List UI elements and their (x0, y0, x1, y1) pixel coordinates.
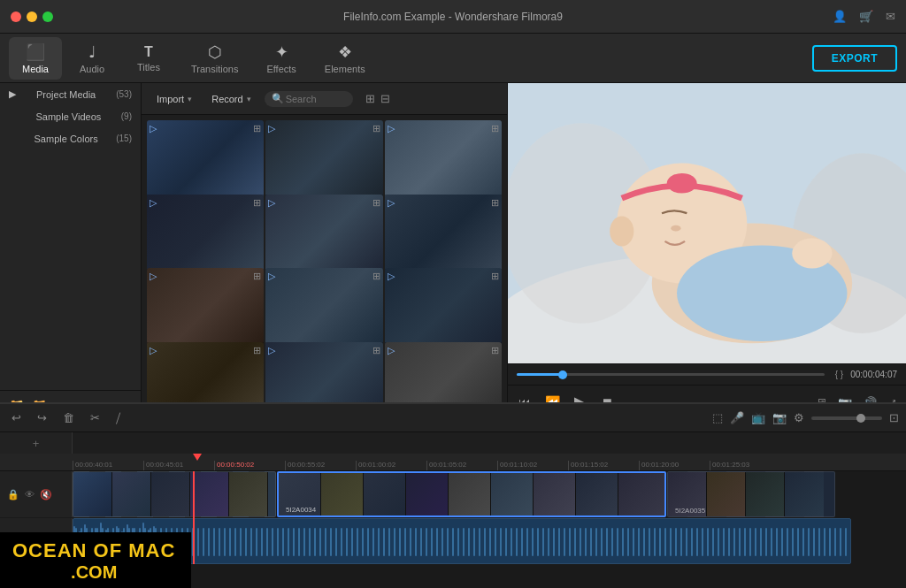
toolbar-item-effects[interactable]: ✦ Effects (254, 37, 308, 80)
filter-icon[interactable]: ⊞ (365, 92, 375, 105)
thumb-play-icon: ▷ (388, 345, 395, 356)
mic-icon[interactable]: 🎤 (730, 411, 744, 424)
ruler-mark-6: 00:01:10:02 (497, 461, 568, 470)
settings-icon[interactable]: ⚙ (794, 411, 804, 424)
seekbar-thumb[interactable] (558, 370, 567, 379)
preview-seekbar-row: { } 00:00:04:07 (508, 363, 906, 385)
import-button[interactable]: Import ▾ (150, 91, 198, 107)
timeline-toolbar: ↩ ↪ 🗑 ✂ ⧸ ⬚ 🎤 📺 📷 ⚙ ⊡ (0, 404, 906, 432)
project-media-item[interactable]: ▶ Project Media (53) (0, 83, 141, 105)
screen-record-icon[interactable]: 📺 (751, 411, 765, 424)
titlebar: FileInfo.com Example - Wondershare Filmo… (0, 0, 906, 34)
thumb-play-icon: ▷ (150, 123, 157, 134)
thumb-play-icon: ▷ (388, 197, 395, 209)
toolbar-item-media[interactable]: ⬛ Media (9, 37, 62, 80)
redo-button[interactable]: ↪ (33, 409, 51, 427)
ruler-mark-2: 00:00:50:02 (214, 461, 285, 470)
ruler-mark-7: 00:01:15:02 (568, 461, 639, 470)
cart-icon[interactable]: 🛒 (859, 10, 873, 23)
titles-icon: T (144, 44, 153, 60)
ruler-mark-3: 00:00:55:02 (285, 461, 356, 470)
video-clip-3[interactable]: 5I2A0035 (667, 471, 835, 517)
user-icon[interactable]: 👤 (833, 10, 847, 23)
timeline-ruler: 00:00:40:01 00:00:45:01 00:00:50:02 00:0… (0, 454, 906, 471)
thumb-play-icon: ▷ (268, 345, 275, 356)
thumb-info-icon: ⊞ (491, 345, 499, 356)
grid-view-icon[interactable]: ⊟ (380, 92, 390, 105)
thumb-info-icon: ⊞ (491, 197, 499, 209)
record-label: Record (211, 94, 242, 104)
seekbar-fill (517, 373, 563, 376)
toolbar-item-transitions[interactable]: ⬡ Transitions (179, 37, 250, 80)
search-icon: 🔍 (272, 93, 284, 104)
ruler-mark-1: 00:00:45:01 (143, 461, 214, 470)
close-button[interactable] (11, 11, 21, 22)
timeline-right-tools: ⬚ 🎤 📺 📷 ⚙ ⊡ (712, 411, 899, 424)
toolbar-item-audio[interactable]: ♩ Audio (65, 37, 119, 80)
thumb-play-icon: ▷ (150, 345, 157, 356)
media-toolbar: Import ▾ Record ▾ 🔍 ⊞ ⊟ (142, 83, 507, 115)
video-clip-1[interactable] (73, 471, 276, 517)
svg-point-9 (792, 238, 832, 268)
ruler-mark-4: 00:01:00:02 (356, 461, 426, 470)
sample-colors-label: Sample Colors (35, 134, 98, 144)
sample-colors-count: (15) (116, 134, 132, 143)
track-mute-icon[interactable]: 🔇 (40, 489, 52, 500)
add-track-button[interactable]: + (0, 432, 73, 454)
thumb-play-icon: ▷ (150, 197, 157, 209)
thumb-info-icon: ⊞ (253, 197, 261, 209)
zoom-slider[interactable] (811, 416, 882, 420)
cut-button[interactable]: ✂ (86, 409, 104, 427)
thumb-info-icon: ⊞ (253, 345, 261, 356)
toolbar-item-elements[interactable]: ❖ Elements (312, 37, 378, 80)
video-track-content: 5I2A0034 5I2A0035 (73, 471, 906, 517)
thumb-info-icon: ⊞ (372, 271, 380, 282)
import-chevron-icon: ▾ (188, 95, 192, 103)
track-lock-icon[interactable]: 🔒 (7, 489, 19, 500)
add-track-icon[interactable]: ⬚ (712, 411, 723, 424)
traffic-lights (11, 11, 53, 22)
minimize-button[interactable] (27, 11, 37, 22)
zoom-fit-icon[interactable]: ⊡ (889, 411, 899, 424)
video-clip-2[interactable]: 5I2A0034 (277, 471, 666, 517)
thumb-play-icon: ▷ (268, 271, 275, 282)
mail-icon[interactable]: ✉ (886, 10, 895, 23)
sample-videos-label: Sample Videos (35, 111, 101, 122)
watermark-line2: .COM (12, 562, 175, 583)
clip-3-label: 5I2A0035 (675, 507, 705, 515)
delete-button[interactable]: 🗑 (58, 409, 79, 427)
search-wrap: 🔍 (265, 91, 353, 107)
export-button[interactable]: EXPORT (812, 45, 897, 72)
thumb-info-icon: ⊞ (372, 197, 380, 209)
svg-point-7 (667, 173, 697, 194)
record-button[interactable]: Record ▾ (205, 91, 257, 107)
thumb-play-icon: ▷ (388, 123, 395, 134)
media-area: Import ▾ Record ▾ 🔍 ⊞ ⊟ ▷ ⊞ 5I2A0020 (142, 83, 508, 419)
ruler-mark-9: 00:01:25:03 (710, 461, 780, 470)
preview-timecode: 00:00:04:07 (850, 370, 897, 379)
main-toolbar: ⬛ Media ♩ Audio T Titles ⬡ Transitions ✦… (0, 34, 906, 83)
toolbar-item-titles[interactable]: T Titles (122, 39, 175, 78)
media-grid: ▷ ⊞ 5I2A0020 ▷ ⊞ 5I2A0021 ▷ ⊞ 5I2A0023 ▷… (142, 115, 507, 419)
transitions-icon: ⬡ (208, 42, 222, 62)
svg-point-10 (610, 217, 633, 247)
thumb-info-icon: ⊞ (253, 123, 261, 134)
track-eye-icon[interactable]: 👁 (25, 489, 35, 500)
undo-button[interactable]: ↩ (7, 409, 26, 427)
zoom-thumb[interactable] (856, 414, 865, 423)
preview-seekbar[interactable] (517, 373, 825, 376)
sample-videos-item[interactable]: ▶ Sample Videos (9) (0, 105, 141, 127)
svg-point-6 (671, 225, 680, 232)
watermark-line1: OCEAN OF MAC (12, 539, 175, 562)
maximize-button[interactable] (42, 11, 53, 22)
timecode-start-icon: { } (835, 370, 843, 379)
video-track-controls: 🔒 👁 🔇 (0, 471, 73, 517)
preview-frame (508, 83, 906, 363)
import-label: Import (157, 94, 184, 104)
sample-colors-item[interactable]: ▶ Sample Colors (15) (0, 127, 141, 149)
webcam-icon[interactable]: 📷 (772, 411, 787, 424)
split-button[interactable]: ⧸ (111, 409, 125, 428)
project-media-label: Project Media (36, 89, 96, 100)
media-filter-icons: ⊞ ⊟ (365, 92, 390, 105)
clip-2-label: 5I2A0034 (286, 506, 316, 514)
